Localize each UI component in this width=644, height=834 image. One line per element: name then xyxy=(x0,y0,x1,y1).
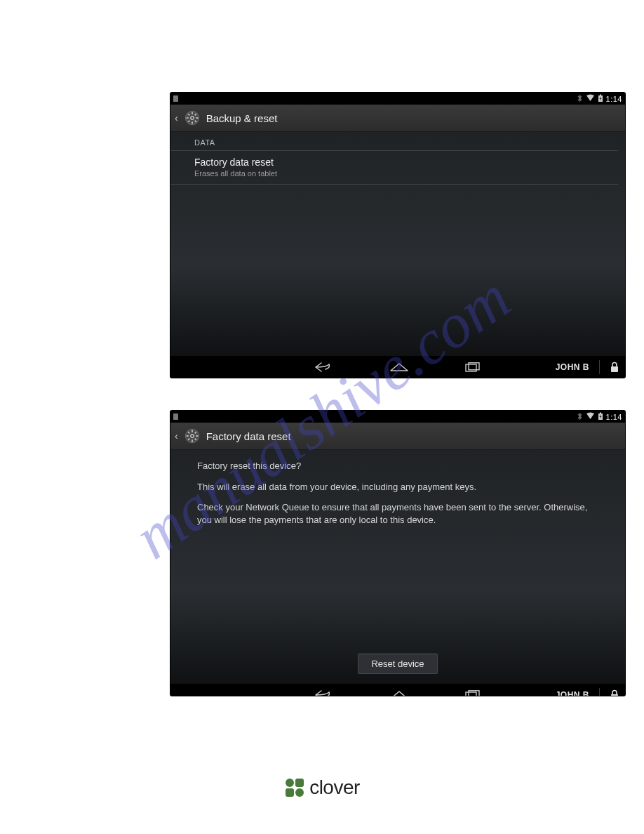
svg-rect-34 xyxy=(286,788,294,797)
nav-bar: JOHN B xyxy=(170,356,625,378)
svg-rect-5 xyxy=(192,121,193,124)
clover-logo: clover xyxy=(0,776,644,799)
svg-point-28 xyxy=(191,435,193,437)
nav-user-label[interactable]: JOHN B xyxy=(556,360,600,374)
factory-data-reset-item[interactable]: Factory data reset Erases all data on ta… xyxy=(170,151,618,185)
back-icon[interactable]: ‹ xyxy=(173,430,178,442)
svg-rect-7 xyxy=(196,117,198,119)
settings-gear-icon xyxy=(184,428,201,444)
status-time: 1:14 xyxy=(606,413,622,421)
nav-bar: JOHN B xyxy=(170,684,625,696)
battery-icon xyxy=(598,94,603,104)
svg-rect-4 xyxy=(192,112,193,114)
clover-brand-text: clover xyxy=(309,776,360,799)
status-bar: 1:14 xyxy=(170,93,625,105)
svg-point-12 xyxy=(191,117,193,119)
item-secondary-text: Erases all data on tablet xyxy=(194,169,618,178)
settings-gear-icon xyxy=(184,110,201,126)
action-bar[interactable]: ‹ xyxy=(170,423,625,450)
svg-rect-1 xyxy=(600,94,601,95)
nav-recents-icon[interactable] xyxy=(465,690,481,696)
screenshot-factory-reset: 1:14 ‹ xyxy=(170,411,625,696)
status-notification-icon xyxy=(173,95,178,102)
svg-rect-22 xyxy=(186,435,188,437)
reset-question: Factory reset this device? xyxy=(197,460,598,472)
section-header-data: DATA xyxy=(170,132,618,151)
nav-home-icon[interactable] xyxy=(389,362,409,372)
svg-rect-20 xyxy=(192,430,193,432)
status-bar: 1:14 xyxy=(170,411,625,423)
back-icon[interactable]: ‹ xyxy=(173,112,178,124)
reset-device-button[interactable]: Reset device xyxy=(358,654,437,674)
lock-icon[interactable] xyxy=(610,362,619,373)
nav-back-icon[interactable] xyxy=(315,362,333,372)
reset-warning-1: This will erase all data from your devic… xyxy=(197,481,598,494)
reset-confirm-content: Factory reset this device? This will era… xyxy=(170,450,625,684)
clover-icon xyxy=(284,777,305,798)
reset-warning-2: Check your Network Queue to ensure that … xyxy=(197,501,598,526)
action-bar[interactable]: ‹ xyxy=(170,105,625,132)
item-primary-text: Factory data reset xyxy=(194,157,618,168)
svg-rect-32 xyxy=(286,779,294,787)
svg-rect-33 xyxy=(295,779,304,787)
wifi-icon xyxy=(586,94,595,103)
svg-rect-35 xyxy=(295,788,304,797)
action-bar-title: Factory data reset xyxy=(206,430,291,442)
svg-rect-21 xyxy=(192,439,193,442)
svg-rect-17 xyxy=(600,412,601,413)
svg-rect-14 xyxy=(469,363,479,370)
svg-rect-6 xyxy=(186,117,188,119)
nav-user-label[interactable]: JOHN B xyxy=(556,688,600,696)
lock-icon[interactable] xyxy=(610,689,619,696)
status-notification-icon xyxy=(173,413,178,420)
svg-rect-30 xyxy=(469,691,479,696)
bluetooth-icon xyxy=(577,412,583,422)
settings-content: DATA Factory data reset Erases all data … xyxy=(170,132,625,356)
status-time: 1:14 xyxy=(606,95,622,103)
nav-recents-icon[interactable] xyxy=(465,362,481,372)
battery-icon xyxy=(598,412,603,422)
nav-back-icon[interactable] xyxy=(315,690,333,696)
svg-rect-31 xyxy=(611,694,618,696)
svg-rect-23 xyxy=(196,435,198,437)
bluetooth-icon xyxy=(577,94,583,104)
svg-rect-15 xyxy=(611,366,618,372)
screenshot-backup-reset: 1:14 ‹ xyxy=(170,93,625,378)
action-bar-title: Backup & reset xyxy=(206,112,278,124)
svg-rect-29 xyxy=(466,692,476,696)
nav-home-icon[interactable] xyxy=(389,690,409,696)
wifi-icon xyxy=(586,412,595,421)
